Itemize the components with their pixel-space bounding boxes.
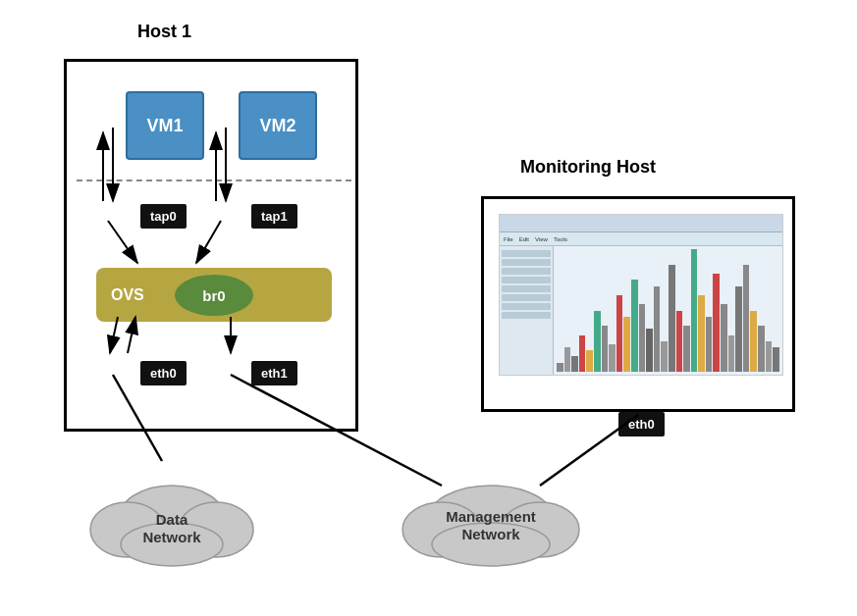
dashed-separator [77,180,351,181]
monitor-sidebar [500,246,554,375]
chart-bar [698,295,705,372]
ovs-label: OVS [111,286,144,304]
chart-bar [616,295,623,372]
chart-bar [691,249,698,372]
sidebar-row [502,285,551,292]
svg-point-19 [402,502,481,557]
menu-item-2: Edit [519,236,529,242]
menu-item-4: Tools [554,236,567,242]
tap1-box: tap1 [251,204,297,229]
sidebar-row [502,250,551,257]
chart-bar [654,286,661,373]
chart-bar [564,347,571,372]
eth0-monitor-box: eth0 [618,412,665,436]
sidebar-row [502,259,551,266]
chart-bar [557,363,563,372]
chart-bar [766,341,773,372]
management-network-label2: Network [461,526,520,542]
sidebar-row [502,294,551,301]
ovs-area: OVS br0 [96,268,332,322]
monitor-main [554,246,782,375]
management-network-label: Management [446,508,536,525]
svg-point-15 [90,502,165,557]
tap0-box: tap0 [140,204,187,229]
chart-bar [586,350,593,372]
chart-bar [706,317,713,372]
monitoring-host-label: Monitoring Host [520,157,656,178]
chart-bar [683,326,690,372]
chart-bar [750,311,757,373]
chart-bar [728,335,735,373]
chart-bar [773,347,779,372]
chart-bar [676,311,683,373]
chart-bar [669,265,675,372]
chart-bar [743,265,750,372]
monitor-toolbar [500,215,782,232]
vm2-box: VM2 [239,91,317,160]
menu-item-3: View [535,236,548,242]
chart-bar [609,344,616,372]
chart-bar [646,329,653,372]
management-network-cloud: Management Network [402,486,579,566]
chart-bar [571,356,578,372]
chart-bar [623,317,630,372]
chart-bar [713,274,720,372]
menu-item-1: File [504,236,513,242]
data-network-label2: Network [142,529,201,545]
sidebar-row [502,268,551,275]
br0-ellipse: br0 [175,275,253,316]
monitor-menu: File Edit View Tools [500,232,782,246]
eth1-host1-box: eth1 [251,361,297,385]
svg-point-14 [118,486,226,554]
data-network-cloud: Data Network [90,486,253,566]
chart-bar [758,326,765,372]
sidebar-row [502,303,551,310]
svg-point-16 [179,502,253,557]
svg-point-21 [432,523,550,566]
svg-point-18 [427,486,555,554]
vm1-label: VM1 [146,116,183,136]
vm1-box: VM1 [126,91,204,160]
svg-point-17 [121,523,223,566]
chart-bar [594,311,601,373]
sidebar-row [502,312,551,319]
monitoring-host-box: File Edit View Tools [481,196,795,412]
chart-bar [721,304,727,372]
chart-bar [639,304,646,372]
host1-label: Host 1 [137,22,191,42]
monitor-content [500,246,782,375]
monitor-screen: File Edit View Tools [499,214,783,376]
host1-box: VM1 VM2 tap0 tap1 OVS br0 eth0 eth1 [64,59,358,432]
sidebar-row [502,277,551,283]
svg-point-20 [501,502,579,557]
eth0-host1-box: eth0 [140,361,187,385]
data-network-label: Data [156,511,188,528]
chart-bar [735,286,742,373]
chart-bar [602,326,609,372]
diagram-container: Host 1 VM1 VM2 tap0 tap1 OVS br0 [0,0,857,616]
chart-bar [661,341,668,372]
chart-bar [631,280,638,372]
vm2-label: VM2 [259,116,295,136]
chart-area [557,249,779,372]
chart-bar [579,335,586,373]
